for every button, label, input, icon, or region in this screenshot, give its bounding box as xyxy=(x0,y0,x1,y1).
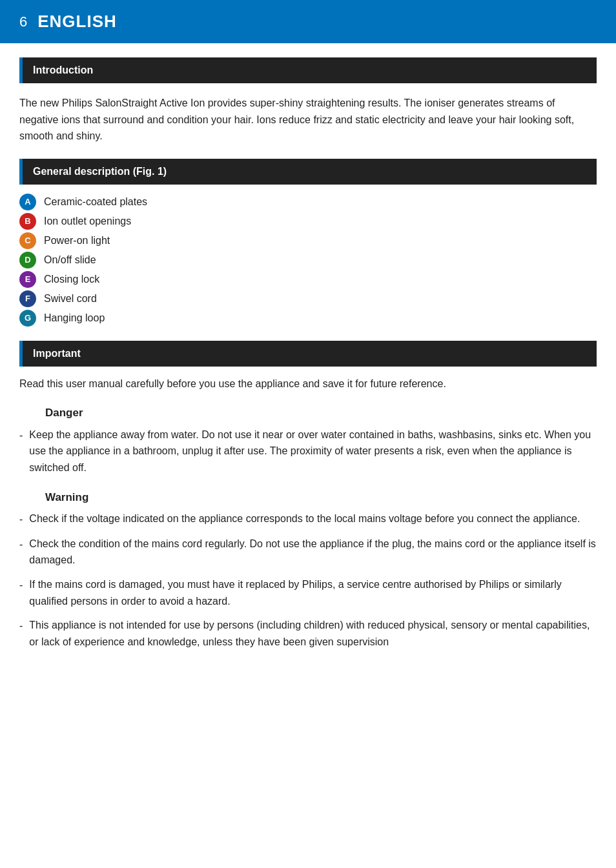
badge-g: G xyxy=(19,310,36,327)
badge-f: F xyxy=(19,290,36,307)
item-b-text: Ion outlet openings xyxy=(44,214,131,229)
badge-b: B xyxy=(19,213,36,230)
list-item: B Ion outlet openings xyxy=(19,213,597,230)
badge-c: C xyxy=(19,232,36,249)
badge-e: E xyxy=(19,271,36,288)
introduction-body: The new Philips SalonStraight Active Ion… xyxy=(19,95,597,145)
item-e-text: Closing lock xyxy=(44,272,99,287)
general-description-header: General description (Fig. 1) xyxy=(19,159,597,185)
danger-item: - Keep the appliance away from water. Do… xyxy=(19,427,597,476)
dash-icon: - xyxy=(19,577,23,594)
list-item: E Closing lock xyxy=(19,271,597,288)
item-f-text: Swivel cord xyxy=(44,291,97,307)
item-c-text: Power-on light xyxy=(44,233,110,248)
warning-item-2: - Check the condition of the mains cord … xyxy=(19,536,597,569)
warning-item-4-text: This appliance is not intended for use b… xyxy=(29,617,597,650)
dash-icon: - xyxy=(19,618,23,634)
dash-icon: - xyxy=(19,511,23,528)
page-header: 6 ENGLISH xyxy=(0,0,616,43)
introduction-header: Introduction xyxy=(19,57,597,83)
important-header: Important xyxy=(19,341,597,367)
item-g-text: Hanging loop xyxy=(44,310,105,326)
danger-title: Danger xyxy=(45,405,597,421)
warning-item-2-text: Check the condition of the mains cord re… xyxy=(29,536,597,569)
warning-item-3: - If the mains cord is damaged, you must… xyxy=(19,576,597,609)
item-a-text: Ceramic-coated plates xyxy=(44,194,147,210)
page-title: ENGLISH xyxy=(37,9,117,34)
main-content: Introduction The new Philips SalonStraig… xyxy=(0,57,616,677)
badge-a: A xyxy=(19,194,36,210)
important-intro: Read this user manual carefully before y… xyxy=(19,376,597,392)
list-item: G Hanging loop xyxy=(19,310,597,327)
list-item: A Ceramic-coated plates xyxy=(19,194,597,210)
dash-icon: - xyxy=(19,536,23,553)
warning-item-3-text: If the mains cord is damaged, you must h… xyxy=(29,576,597,609)
warning-item-1-text: Check if the voltage indicated on the ap… xyxy=(29,510,580,527)
item-d-text: On/off slide xyxy=(44,252,96,268)
warning-title: Warning xyxy=(45,489,597,506)
danger-item-text: Keep the appliance away from water. Do n… xyxy=(29,427,597,476)
list-item: C Power-on light xyxy=(19,232,597,249)
warning-item-4: - This appliance is not intended for use… xyxy=(19,617,597,650)
warning-list: - Check if the voltage indicated on the … xyxy=(19,510,597,650)
list-item: D On/off slide xyxy=(19,252,597,268)
danger-list: - Keep the appliance away from water. Do… xyxy=(19,427,597,476)
warning-item-1: - Check if the voltage indicated on the … xyxy=(19,510,597,528)
list-item: F Swivel cord xyxy=(19,290,597,307)
dash-icon: - xyxy=(19,427,23,444)
description-list: A Ceramic-coated plates B Ion outlet ope… xyxy=(19,194,597,327)
badge-d: D xyxy=(19,252,36,268)
page-number: 6 xyxy=(19,11,27,32)
